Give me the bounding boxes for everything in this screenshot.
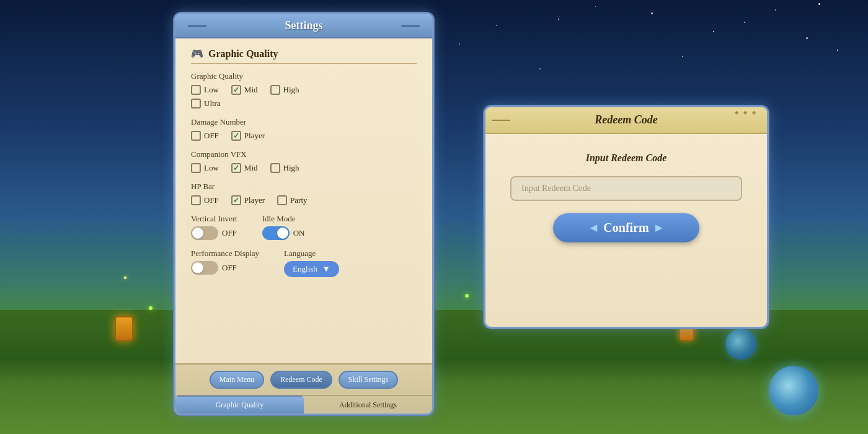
chevron-down-icon: ▼ — [322, 264, 330, 274]
footer-buttons: Main Menu Redeem Code Skill Settings — [175, 365, 432, 395]
blue-orb-2 — [725, 329, 756, 360]
hp-off-checkbox[interactable] — [191, 195, 201, 205]
graphic-quality-options-2: Ultra — [191, 99, 417, 108]
vertical-invert-toggle-row: OFF — [191, 226, 237, 240]
vertical-invert-label: Vertical Invert — [191, 214, 237, 224]
vfx-mid-checkbox[interactable] — [231, 163, 241, 173]
redeem-title: Redeem Code — [595, 113, 657, 126]
vertical-invert-toggle[interactable] — [191, 226, 218, 240]
quality-mid-checkbox[interactable] — [231, 85, 241, 95]
vfx-high-checkbox[interactable] — [270, 163, 280, 173]
hp-party-option[interactable]: Party — [277, 195, 307, 205]
language-setting: Language English ▼ — [284, 249, 339, 277]
idle-mode-knob — [277, 228, 288, 239]
idle-mode-toggle[interactable] — [262, 226, 290, 240]
hp-party-checkbox[interactable] — [277, 195, 287, 205]
quality-ultra-checkbox[interactable] — [191, 99, 201, 108]
performance-display-toggle-row: OFF — [191, 261, 259, 275]
redeem-content: Input Redeem Code Confirm — [485, 134, 767, 261]
damage-number-options: OFF Player — [191, 131, 417, 141]
settings-panel: Settings 🎮 Graphic Quality Graphic Quali… — [174, 12, 434, 415]
tab-additional-settings[interactable]: Additional Settings — [304, 396, 432, 414]
damage-player-option[interactable]: Player — [231, 131, 265, 141]
settings-content: 🎮 Graphic Quality Graphic Quality Low Mi… — [175, 38, 432, 376]
redeem-code-input[interactable] — [510, 176, 742, 201]
settings-footer: Main Menu Redeem Code Skill Settings Gra… — [175, 363, 432, 414]
graphic-quality-options: Low Mid High — [191, 85, 417, 95]
toggle-row-2: Performance Display OFF Language English… — [191, 249, 417, 277]
skill-settings-button[interactable]: Skill Settings — [339, 371, 398, 389]
quality-high-checkbox[interactable] — [270, 85, 280, 95]
hp-bar-options: OFF Player Party — [191, 195, 417, 205]
quality-low-checkbox[interactable] — [191, 85, 201, 95]
redeem-code-button[interactable]: Redeem Code — [270, 371, 332, 389]
hp-player-option[interactable]: Player — [231, 195, 265, 205]
quality-high-option[interactable]: High — [270, 85, 299, 95]
toggle-row-1: Vertical Invert OFF Idle Mode ON — [191, 214, 417, 240]
graphic-quality-icon: 🎮 — [191, 48, 203, 60]
settings-title-bar: Settings — [175, 14, 432, 38]
vertical-invert-setting: Vertical Invert OFF — [191, 214, 237, 240]
damage-player-checkbox[interactable] — [231, 131, 241, 141]
graphic-quality-label: Graphic Quality — [191, 71, 417, 81]
tab-bar: Graphic Quality Additional Settings — [175, 395, 432, 414]
firefly-1 — [149, 306, 153, 310]
idle-mode-setting: Idle Mode ON — [262, 214, 305, 240]
redeem-title-bar: Redeem Code — [485, 107, 767, 134]
vertical-invert-state: OFF — [222, 228, 237, 238]
companion-vfx-setting: Companion VFX Low Mid High — [191, 149, 417, 173]
settings-title: Settings — [285, 19, 322, 32]
section-title: Graphic Quality — [208, 48, 278, 60]
performance-display-knob — [192, 262, 203, 273]
performance-display-toggle[interactable] — [191, 261, 218, 275]
quality-low-option[interactable]: Low — [191, 85, 219, 95]
quality-ultra-option[interactable]: Ultra — [191, 99, 221, 108]
quality-mid-option[interactable]: Mid — [231, 85, 258, 95]
tab-graphic-quality[interactable]: Graphic Quality — [175, 396, 304, 414]
companion-vfx-options: Low Mid High — [191, 163, 417, 173]
redeem-panel: Redeem Code Input Redeem Code Confirm — [484, 105, 769, 329]
blue-orb-1 — [769, 366, 818, 415]
damage-number-label: Damage Number — [191, 117, 417, 127]
language-dropdown[interactable]: English ▼ — [284, 261, 339, 277]
vfx-low-checkbox[interactable] — [191, 163, 201, 173]
redeem-subtitle: Input Redeem Code — [586, 153, 667, 164]
vfx-mid-option[interactable]: Mid — [231, 163, 258, 173]
hp-bar-label: HP Bar — [191, 182, 417, 192]
hp-off-option[interactable]: OFF — [191, 195, 219, 205]
damage-off-option[interactable]: OFF — [191, 131, 219, 141]
hp-player-checkbox[interactable] — [231, 195, 241, 205]
performance-display-state: OFF — [222, 263, 237, 273]
hp-bar-setting: HP Bar OFF Player Party — [191, 182, 417, 205]
vertical-invert-knob — [192, 228, 203, 239]
confirm-button[interactable]: Confirm — [553, 213, 699, 242]
companion-vfx-label: Companion VFX — [191, 149, 417, 159]
vfx-low-option[interactable]: Low — [191, 163, 219, 173]
language-label: Language — [284, 249, 339, 259]
main-menu-button[interactable]: Main Menu — [210, 371, 264, 389]
confirm-button-label: Confirm — [603, 221, 649, 235]
performance-display-label: Performance Display — [191, 249, 259, 259]
lantern-left — [115, 316, 133, 341]
damage-number-setting: Damage Number OFF Player — [191, 117, 417, 141]
firefly-2 — [465, 294, 469, 298]
vfx-high-option[interactable]: High — [270, 163, 299, 173]
firefly-4 — [124, 277, 126, 279]
performance-display-setting: Performance Display OFF — [191, 249, 259, 275]
language-value: English — [293, 264, 317, 274]
graphic-quality-setting: Graphic Quality Low Mid High Ult — [191, 71, 417, 108]
idle-mode-toggle-row: ON — [262, 226, 305, 240]
damage-off-checkbox[interactable] — [191, 131, 201, 141]
idle-mode-state: ON — [293, 228, 305, 238]
idle-mode-label: Idle Mode — [262, 214, 305, 224]
section-header: 🎮 Graphic Quality — [191, 48, 417, 64]
